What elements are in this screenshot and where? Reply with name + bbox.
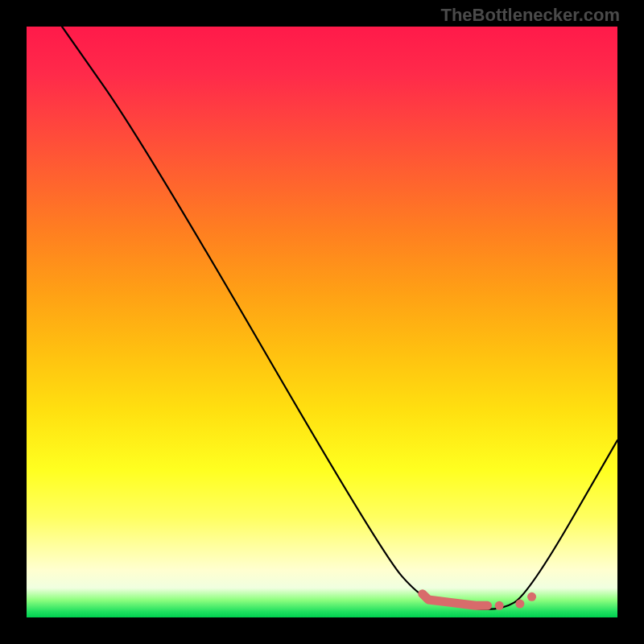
main-curve bbox=[62, 27, 617, 609]
plot-area bbox=[27, 27, 617, 617]
highlight-segment bbox=[423, 592, 536, 610]
highlight-dot bbox=[515, 600, 524, 609]
highlight-dot bbox=[527, 592, 536, 601]
chart-svg bbox=[27, 27, 617, 617]
attribution-label: TheBottlenecker.com bbox=[440, 5, 620, 26]
highlight-dot bbox=[495, 601, 504, 610]
